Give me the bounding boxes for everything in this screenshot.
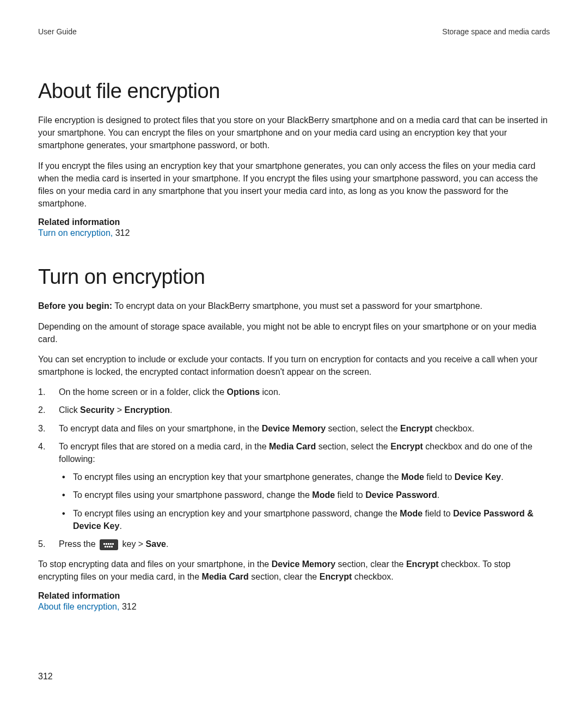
before-label: Before you begin: [38, 301, 112, 311]
page-number: 312 [38, 672, 53, 681]
related-link-about-file-encryption[interactable]: About file encryption, [38, 602, 119, 611]
stop-encrypting-paragraph: To stop encrypting data and files on you… [38, 558, 550, 583]
bullet-password-and-key: To encrypt files using an encryption key… [59, 507, 550, 532]
section-about-file-encryption: About file encryption File encryption is… [38, 80, 550, 238]
steps-list: On the home screen or in a folder, click… [38, 386, 550, 550]
bullet-device-key: To encrypt files using an encryption key… [59, 471, 550, 483]
related-info-heading: Related information [38, 591, 550, 601]
step-2: Click Security > Encryption. [38, 404, 550, 416]
step-1: On the home screen or in a folder, click… [38, 386, 550, 398]
paragraph: Depending on the amount of storage space… [38, 320, 550, 345]
heading-turn-on-encryption: Turn on encryption [38, 265, 550, 289]
paragraph: You can set encryption to include or exc… [38, 353, 550, 378]
related-link-turn-on-encryption[interactable]: Turn on encryption, [38, 228, 113, 238]
header-left: User Guide [38, 27, 77, 36]
step-5: Press the key > Save. [38, 538, 550, 550]
step-3: To encrypt data and files on your smartp… [38, 422, 550, 435]
section-turn-on-encryption: Turn on encryption Before you begin: To … [38, 265, 550, 611]
blackberry-menu-key-icon [100, 539, 118, 550]
document-page: User Guide Storage space and media cards… [0, 0, 588, 661]
related-info-heading: Related information [38, 217, 550, 227]
heading-about-file-encryption: About file encryption [38, 80, 550, 103]
header-right: Storage space and media cards [442, 27, 550, 36]
related-link-page: 312 [115, 228, 130, 238]
step-4: To encrypt files that are stored on a me… [38, 440, 550, 532]
before-you-begin: Before you begin: To encrypt data on you… [38, 300, 550, 312]
page-header: User Guide Storage space and media cards [38, 27, 550, 36]
before-text: To encrypt data on your BlackBerry smart… [112, 301, 482, 311]
related-link-row: Turn on encryption, 312 [38, 228, 550, 238]
bullet-device-password: To encrypt files using your smartphone p… [59, 489, 550, 501]
paragraph: If you encrypt the files using an encryp… [38, 160, 550, 210]
related-link-row: About file encryption, 312 [38, 602, 550, 612]
related-link-page: 312 [122, 602, 137, 611]
sub-bullets: To encrypt files using an encryption key… [59, 471, 550, 532]
paragraph: File encryption is designed to protect f… [38, 114, 550, 152]
